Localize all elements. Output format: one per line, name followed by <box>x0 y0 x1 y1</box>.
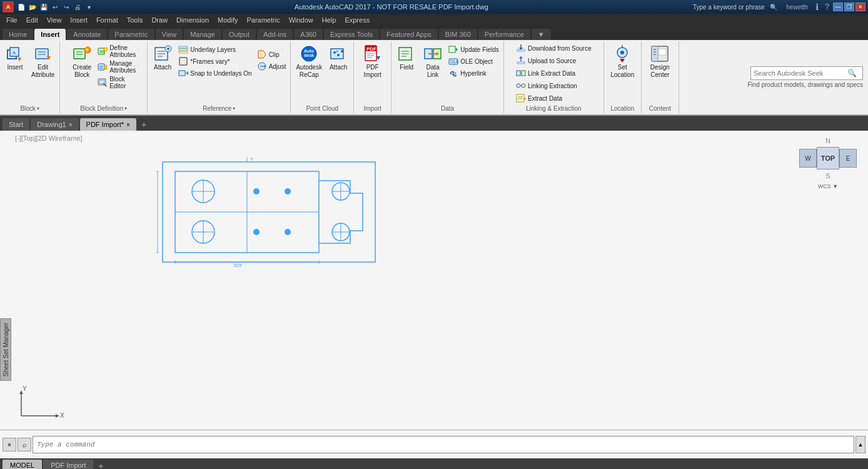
command-input[interactable] <box>33 436 854 453</box>
menu-dimension[interactable]: Dimension <box>173 15 213 25</box>
menu-insert[interactable]: Insert <box>66 15 91 25</box>
title-bar-title: Autodesk AutoCAD 2017 - NOT FOR RESALE P… <box>94 3 689 11</box>
reference-group-label[interactable]: Reference ▾ <box>203 105 235 112</box>
menu-format[interactable]: Format <box>93 15 122 25</box>
svg-text:165: 165 <box>156 211 158 219</box>
qa-more[interactable]: ▾ <box>84 2 94 12</box>
hyperlink-button[interactable]: Hyperlink <box>447 68 501 79</box>
cube-wcs[interactable]: WCS ▼ <box>818 183 838 189</box>
create-block-button[interactable]: + CreateBlock <box>69 43 94 80</box>
underlay-layers-button[interactable]: Underlay Layers <box>176 44 253 55</box>
snap-underlays-button[interactable]: Snap to Underlays On <box>176 68 253 79</box>
data-link-button[interactable]: DataLink <box>420 43 445 80</box>
cube-top[interactable]: TOP <box>817 147 839 169</box>
define-attributes-button[interactable]: Att + DefineAttributes <box>96 44 138 59</box>
qa-new[interactable]: 📄 <box>16 2 26 12</box>
field-button[interactable]: Field <box>394 43 419 73</box>
close-button[interactable]: ✕ <box>855 3 865 11</box>
svg-point-49 <box>337 54 340 56</box>
update-fields-button[interactable]: Update Fields <box>447 44 501 55</box>
menu-parametric[interactable]: Parametric <box>243 15 283 25</box>
tab-drawing1-close[interactable]: × <box>69 121 73 128</box>
data-buttons: Field DataLink <box>394 43 501 104</box>
autodesk-recap-button[interactable]: Auto desk AutodeskReCap <box>293 43 325 80</box>
qa-print[interactable]: 🖨 <box>73 2 83 12</box>
block-editor-button[interactable]: BlockEditor <box>96 75 138 90</box>
link-extract-data-button[interactable]: Link Extract Data <box>514 68 577 79</box>
pdf-import-icon: PDF <box>363 44 383 64</box>
manage-attributes-button[interactable]: ManageAttributes <box>96 59 138 74</box>
tab-manage[interactable]: Manage <box>184 29 221 40</box>
insert-button[interactable]: A Insert <box>3 43 28 73</box>
set-location-button[interactable]: SetLocation <box>608 43 637 80</box>
tab-parametric[interactable]: Parametric <box>108 29 154 40</box>
tab-pdf-import-bottom[interactable]: PDF Import <box>43 460 93 469</box>
svg-point-50 <box>341 50 343 53</box>
manage-attr-label: ManageAttributes <box>109 60 136 74</box>
tab-output[interactable]: Output <box>223 29 256 40</box>
tab-add-layout[interactable]: + <box>94 460 107 469</box>
tab-add-button[interactable]: + <box>138 118 150 131</box>
tab-insert[interactable]: Insert <box>34 29 66 40</box>
tab-model[interactable]: MODEL <box>3 460 42 469</box>
sheet-set-manager-tab[interactable]: Sheet Set Manager <box>0 318 11 381</box>
menu-file[interactable]: File <box>3 15 21 25</box>
tab-more[interactable]: ▼ <box>532 29 551 40</box>
cmd-search-button[interactable]: ⌕ <box>18 438 31 451</box>
qa-undo[interactable]: ↩ <box>50 2 60 12</box>
cmd-scroll-button[interactable]: ▲ <box>855 436 865 453</box>
download-source-button[interactable]: Download from Source <box>514 43 593 54</box>
cube-west[interactable]: W <box>799 149 817 168</box>
help-search[interactable]: Type a keyword or phrase 🔍 <box>689 4 781 11</box>
minimize-button[interactable]: — <box>833 3 843 11</box>
tab-start[interactable]: Start <box>3 118 29 131</box>
svg-point-72 <box>453 73 456 75</box>
search-input[interactable] <box>754 69 847 77</box>
menu-modify[interactable]: Modify <box>214 15 241 25</box>
ribbon-group-linking: Download from Source Upload to Source Li… <box>504 41 604 113</box>
tab-pdf-import[interactable]: PDF Import* × <box>80 118 136 131</box>
tab-performance[interactable]: Performance <box>478 29 530 40</box>
search-box[interactable]: 🔍 <box>750 66 863 80</box>
menu-view[interactable]: View <box>43 15 66 25</box>
edit-attribute-button[interactable]: EditAttribute <box>29 43 57 80</box>
qa-open[interactable]: 📂 <box>28 2 38 12</box>
cmd-close-button[interactable]: × <box>3 438 16 451</box>
menu-edit[interactable]: Edit <box>23 15 42 25</box>
cube-east[interactable]: E <box>839 149 857 168</box>
tab-a360[interactable]: A360 <box>294 29 323 40</box>
attach-rc-button[interactable]: Attach <box>326 43 351 73</box>
clip-button[interactable]: Clip <box>255 49 288 60</box>
menu-help[interactable]: Help <box>318 15 340 25</box>
menu-tools[interactable]: Tools <box>123 15 147 25</box>
ole-object-button[interactable]: OLE OLE Object <box>447 56 501 67</box>
extract-data-button[interactable]: Extract Data <box>514 93 564 104</box>
linking-extraction-button[interactable]: Linking Extraction <box>514 80 579 91</box>
tab-pdf-import-close[interactable]: × <box>126 121 130 128</box>
menu-draw[interactable]: Draw <box>148 15 171 25</box>
block-group-label[interactable]: Block ▾ <box>20 105 39 112</box>
menu-express[interactable]: Express <box>341 15 373 25</box>
tab-drawing1[interactable]: Drawing1 × <box>31 118 78 131</box>
tab-bim360[interactable]: BIM 360 <box>439 29 477 40</box>
menu-window[interactable]: Window <box>285 15 317 25</box>
upload-source-button[interactable]: Upload to Source <box>514 55 578 66</box>
help-icon[interactable]: ? <box>822 3 832 11</box>
tab-home[interactable]: Home <box>3 29 33 40</box>
cube-north: N <box>825 137 830 144</box>
info-center-icon[interactable]: ℹ <box>813 2 821 12</box>
block-def-group-label[interactable]: Block Definition ▾ <box>80 105 127 112</box>
restore-button[interactable]: ❐ <box>844 3 854 11</box>
attach-button[interactable]: Attach <box>150 43 175 73</box>
tab-annotate[interactable]: Annotate <box>67 29 107 40</box>
qa-redo[interactable]: ↪ <box>61 2 71 12</box>
design-center-button[interactable]: DesignCenter <box>647 43 672 80</box>
tab-addins[interactable]: Add-ins <box>257 29 293 40</box>
tab-featured[interactable]: Featured Apps <box>380 29 438 40</box>
frames-vary-button[interactable]: *Frames vary* <box>176 56 253 67</box>
qa-save[interactable]: 💾 <box>39 2 49 12</box>
tab-express[interactable]: Express Tools <box>324 29 379 40</box>
tab-view[interactable]: View <box>156 29 183 40</box>
adjust-button[interactable]: Adjust <box>255 61 288 72</box>
pdf-import-button[interactable]: PDF PDFImport <box>360 43 385 80</box>
